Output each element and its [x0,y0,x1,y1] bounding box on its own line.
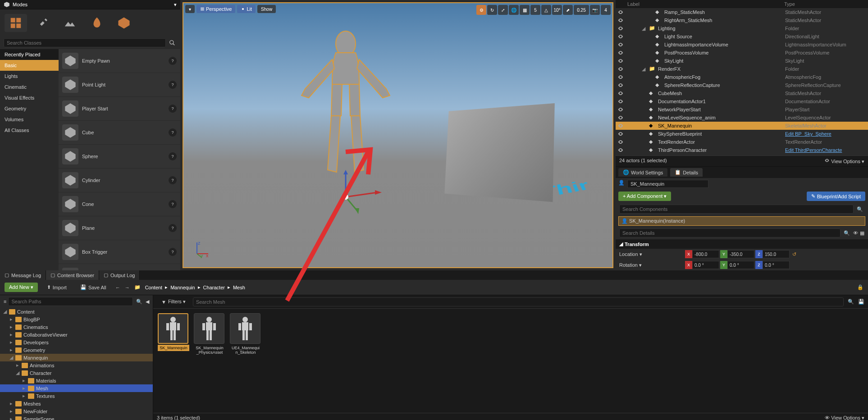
visibility-icon[interactable] [617,50,624,56]
outliner-row[interactable]: ◆SphereReflectionCaptureSphereReflection… [616,81,868,89]
placeable-sphere[interactable]: Sphere? [59,145,180,169]
matrix-icon[interactable]: ▦ [860,230,864,236]
bookmark-icon[interactable]: 🌐 [509,5,519,15]
placeable-player-start[interactable]: Player Start? [59,97,180,121]
outliner-row[interactable]: ◆DocumentationActor1DocumentationActor [616,97,868,105]
angle-value[interactable]: 10° [552,5,562,15]
outliner-row[interactable]: ◆CubeMeshStaticMeshActor [616,89,868,97]
visibility-icon[interactable] [617,131,624,137]
info-icon[interactable]: ? [169,248,177,256]
search-icon[interactable]: 🔍 [135,297,144,306]
lock-icon[interactable]: 🔒 [857,284,863,290]
info-icon[interactable]: ? [169,105,177,113]
breadcrumb-item[interactable]: Character [203,285,225,290]
expander-icon[interactable]: ▸ [9,347,14,353]
expander-icon[interactable]: ▸ [9,339,14,345]
info-icon[interactable]: ? [169,224,177,232]
asset-card[interactable]: UE4_Mannequin_Skeleton [230,313,261,408]
location-y[interactable] [727,250,754,258]
visibility-icon[interactable] [617,74,624,80]
info-icon[interactable]: ? [169,128,177,137]
tree-item[interactable]: ▸BlogBP [0,315,153,323]
category-recently-placed[interactable]: Recently Placed [0,49,59,60]
visibility-icon[interactable] [617,114,624,121]
realtime-icon[interactable]: ↻ [487,5,497,15]
expander-icon[interactable]: ▸ [9,401,14,406]
outliner-row[interactable]: ◆Light SourceDirectionalLight [616,32,868,41]
landscape-mode-icon[interactable] [59,14,81,32]
expander-icon[interactable]: ▸ [9,416,14,420]
snap-value[interactable]: 5 [530,5,540,15]
info-icon[interactable]: ? [169,200,177,208]
category-volumes[interactable]: Volumes [0,114,59,125]
outliner-row[interactable]: ◢📁LightingFolder [616,24,868,32]
filter-icon[interactable]: 👁 [853,230,858,236]
placeable-cone[interactable]: Cone? [59,192,180,216]
rotation-label[interactable]: Rotation ▾ [619,262,682,268]
visibility-icon[interactable] [617,139,624,145]
transform-gizmo[interactable] [332,170,386,215]
geometry-mode-icon[interactable] [113,14,135,32]
component-item[interactable]: 👤 SK_Mannequin(Instance) [618,216,865,226]
tree-item[interactable]: ▸Meshes [0,400,153,407]
camera-speed-value[interactable]: 4 [601,5,611,15]
placeable-cube[interactable]: Cube? [59,121,180,145]
visibility-icon[interactable] [617,33,624,40]
filters-button[interactable]: ▼ Filters ▾ [157,297,190,306]
actor-type[interactable]: Edit ThirdPersonCharacte [785,147,866,153]
scene-cube[interactable] [444,103,555,202]
expander-icon[interactable]: ◢ [642,66,646,72]
show-button[interactable]: Show [257,5,276,13]
foliage-mode-icon[interactable] [86,14,108,32]
info-icon[interactable]: ? [169,57,177,65]
outliner-row[interactable]: ◆NetworkPlayerStartPlayerStart [616,105,868,114]
search-details-input[interactable] [619,228,841,237]
search-assets-input[interactable] [193,297,844,306]
breadcrumb-item[interactable]: Mannequin [170,285,195,290]
tab-content-browser[interactable]: ▢Content Browser [46,270,99,280]
placeable-box-trigger[interactable]: Box Trigger? [59,240,180,264]
tab-details[interactable]: 📋 Details [670,168,703,177]
asset-card[interactable]: SK_Mannequin [158,313,189,408]
camera-speed-icon[interactable]: 📷 [590,5,600,15]
visibility-icon[interactable] [617,41,624,48]
tree-item[interactable]: ▸Developers [0,338,153,346]
tree-item[interactable]: ▸Mesh [0,384,153,392]
search-icon[interactable]: 🔍 [846,297,855,306]
location-label[interactable]: Location ▾ [619,251,682,257]
breadcrumb-item[interactable]: Mesh [233,285,245,290]
import-button[interactable]: ⬆ Import [42,283,71,292]
perspective-button[interactable]: Perspective [196,5,235,13]
tab-output-log[interactable]: ▢Output Log [99,270,140,280]
visibility-icon[interactable] [617,98,624,105]
breadcrumb-item[interactable]: Content [145,285,163,290]
history-fwd-icon[interactable]: → [125,285,130,290]
expander-icon[interactable]: ◢ [15,370,20,376]
add-component-button[interactable]: + Add Component ▾ [618,192,671,201]
info-icon[interactable]: ? [169,81,177,89]
blueprint-button[interactable]: ✎ Blueprint/Add Script [807,192,865,201]
asset-card[interactable]: SK_Mannequin_PhysicsAsset [194,313,225,408]
expander-icon[interactable]: ▸ [9,324,14,330]
outliner-row[interactable]: ◆SK_MannequinSkeletalMeshActor [616,122,868,130]
category-lights[interactable]: Lights [0,71,59,82]
lit-button[interactable]: Lit [237,5,256,13]
visibility-icon[interactable] [617,147,624,153]
outliner-row[interactable]: ◆PostProcessVolumePostProcessVolume [616,49,868,57]
info-icon[interactable]: ? [169,152,177,160]
tree-item[interactable]: ◢Content [0,308,153,315]
category-visual-effects[interactable]: Visual Effects [0,92,59,103]
viewport[interactable]: ▾ Perspective Lit Show ⚙ ↻ ⤢ 🌐 ▦ 5 △ 10°… [183,2,613,268]
outliner-col-label[interactable]: Label [618,1,784,7]
angle-snap-icon[interactable]: △ [541,5,551,15]
outliner-row[interactable]: ◆SkyLightSkyLight [616,57,868,65]
rotation-y[interactable] [727,261,754,269]
outliner-row[interactable]: ◆LightmassImportanceVolumeLightmassImpor… [616,41,868,49]
info-icon[interactable]: ? [169,176,177,184]
placeable-point-light[interactable]: Point Light? [59,73,180,97]
tab-message-log[interactable]: ▢Message Log [0,270,46,280]
outliner-row[interactable]: ◆NewLevelSequence_animLevelSequenceActor [616,114,868,122]
rotation-x[interactable] [692,261,719,269]
section-transform[interactable]: ◢Transform [616,239,868,249]
category-basic[interactable]: Basic [0,60,59,71]
